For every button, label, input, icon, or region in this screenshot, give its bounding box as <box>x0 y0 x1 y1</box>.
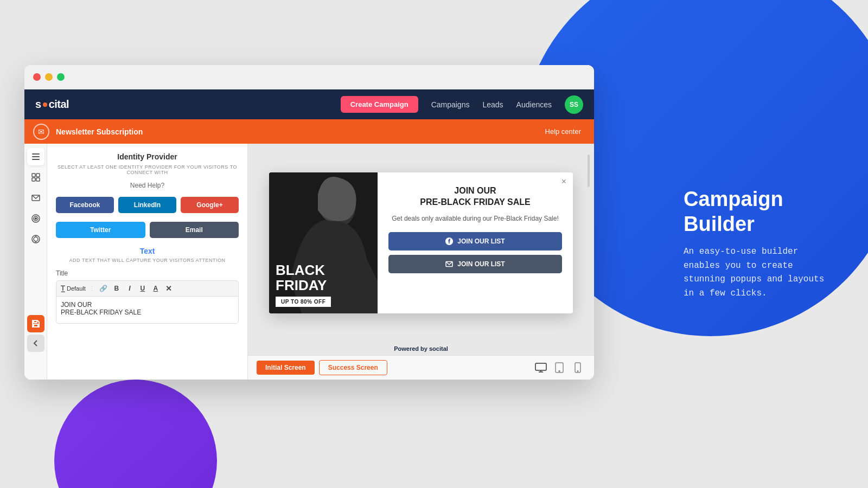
provider-buttons-row2: Twitter Email <box>56 222 239 238</box>
nav-audiences[interactable]: Audiences <box>516 100 552 109</box>
google-button[interactable]: Google+ <box>181 197 239 213</box>
initial-screen-tab[interactable]: Initial Screen <box>257 361 315 375</box>
logo-dot <box>43 102 47 107</box>
svg-rect-1 <box>32 156 40 157</box>
success-screen-tab[interactable]: Success Screen <box>319 360 387 375</box>
text-section-title: Text <box>56 247 239 255</box>
sidebar-icon-grid[interactable] <box>27 169 44 186</box>
browser-window: scital Create Campaign Campaigns Leads A… <box>24 65 594 380</box>
text-editor[interactable]: JOIN OUR PRE-BLACK FRIDAY SALE <box>56 297 239 324</box>
black-friday-text: BLACKFRIDAY UP TO 80% OFF <box>276 262 331 307</box>
editor-line2: PRE-BLACK FRIDAY SALE <box>61 309 234 316</box>
popup-preview: × BLACKFRIDAY UP TO 80 <box>269 172 573 313</box>
field-title-label: Title <box>56 269 239 277</box>
powered-by: Powered by socital <box>394 342 448 355</box>
popup-facebook-join-button[interactable]: JOIN OUR LIST <box>388 232 562 251</box>
identity-provider-title: Identity Provider <box>56 152 239 161</box>
avatar[interactable]: SS <box>565 95 583 114</box>
linkedin-button[interactable]: LinkedIn <box>118 197 176 213</box>
toolbar-strikethrough[interactable]: A <box>150 283 161 294</box>
popup-description: Get deals only available during our Pre-… <box>392 214 559 223</box>
popup-email-join-button[interactable]: JOIN OUR LIST <box>388 255 562 273</box>
desktop-icon[interactable] <box>533 360 548 375</box>
toolbar-italic[interactable]: I <box>124 283 135 294</box>
bottom-sidebar-icons <box>24 315 47 355</box>
traffic-light-green[interactable] <box>57 73 65 81</box>
nav-leads[interactable]: Leads <box>482 100 503 109</box>
tablet-icon[interactable] <box>552 360 567 375</box>
svg-point-10 <box>35 218 36 220</box>
navbar-actions: Create Campaign Campaigns Leads Audience… <box>341 95 583 114</box>
svg-rect-2 <box>32 159 40 160</box>
popup-headline: JOIN OUR PRE-BLACK FRIDAY SALE <box>420 185 531 208</box>
editor-line1: JOIN OUR <box>61 301 234 309</box>
text-section-subtitle: ADD TEXT THAT WILL CAPTURE YOUR VISITORS… <box>56 258 239 263</box>
text-toolbar: T̲ Default ⋮ 🔗 B I U A ✕ <box>56 280 239 297</box>
orange-bar: ✉ Newsletter Subscription Help center <box>24 119 594 144</box>
sidebar-icon-list[interactable] <box>27 148 44 165</box>
popup-cta-buttons: JOIN OUR LIST JOIN OUR LIST <box>388 232 562 273</box>
right-panel: Campaign Builder An easy-to-use builder … <box>684 187 835 301</box>
svg-rect-0 <box>32 153 40 155</box>
traffic-light-yellow[interactable] <box>45 73 53 81</box>
svg-point-23 <box>559 371 560 372</box>
newsletter-icon: ✉ <box>33 124 49 140</box>
toolbar-format[interactable]: Default <box>67 285 86 292</box>
left-panel: Identity Provider SELECT AT LEAST ONE ID… <box>47 144 248 380</box>
sidebar-icon-target[interactable] <box>27 210 44 227</box>
facebook-button[interactable]: Facebook <box>56 197 114 213</box>
traffic-light-red[interactable] <box>33 73 41 81</box>
create-campaign-button[interactable]: Create Campaign <box>341 96 418 113</box>
popup-image-side: BLACKFRIDAY UP TO 80% OFF <box>269 172 378 313</box>
up-to-label: UP TO 80% OFF <box>276 297 331 307</box>
svg-rect-27 <box>34 320 37 323</box>
mobile-icon[interactable] <box>570 360 585 375</box>
svg-rect-5 <box>32 178 35 181</box>
email-icon <box>445 260 453 268</box>
twitter-button[interactable]: Twitter <box>56 222 145 238</box>
canvas-bottom-bar: Initial Screen Success Screen <box>248 355 594 380</box>
identity-provider-subtitle: SELECT AT LEAST ONE IDENTITY PROVIDER FO… <box>56 164 239 175</box>
save-button[interactable] <box>27 315 44 332</box>
email-button[interactable]: Email <box>150 222 239 238</box>
toolbar-icon-t: T̲ <box>61 285 65 292</box>
toolbar-clear[interactable]: ✕ <box>163 283 174 294</box>
sidebar-icon-mail[interactable] <box>27 189 44 207</box>
nav-campaigns[interactable]: Campaigns <box>431 100 470 109</box>
main-content: Identity Provider SELECT AT LEAST ONE ID… <box>24 144 594 380</box>
toolbar-underline[interactable]: U <box>137 283 148 294</box>
need-help-text: Need Help? <box>56 182 239 189</box>
popup-content-side: JOIN OUR PRE-BLACK FRIDAY SALE Get deals… <box>378 172 573 313</box>
sidebar-icon-target2[interactable] <box>27 230 44 248</box>
right-panel-title: Campaign Builder <box>684 187 835 236</box>
svg-rect-4 <box>36 174 40 177</box>
device-icons <box>533 360 585 375</box>
black-friday-label: BLACKFRIDAY <box>276 262 331 293</box>
fb-icon <box>445 237 453 245</box>
back-button[interactable] <box>27 335 44 352</box>
navbar: scital Create Campaign Campaigns Leads A… <box>24 89 594 119</box>
browser-chrome <box>24 65 594 89</box>
right-panel-description: An easy-to-use builder enables you to cr… <box>684 245 835 300</box>
svg-rect-19 <box>535 363 546 370</box>
svg-rect-26 <box>34 324 38 327</box>
svg-point-25 <box>577 371 578 372</box>
svg-rect-6 <box>36 178 40 181</box>
canvas-area: × BLACKFRIDAY UP TO 80 <box>248 144 594 380</box>
svg-rect-3 <box>32 174 35 177</box>
bg-circle-purple <box>54 380 217 488</box>
popup-close-button[interactable]: × <box>561 177 566 187</box>
toolbar-bold[interactable]: B <box>111 283 122 294</box>
provider-buttons: Facebook LinkedIn Google+ <box>56 197 239 213</box>
orange-bar-title: Newsletter Subscription <box>56 127 539 136</box>
svg-point-12 <box>34 237 38 241</box>
toolbar-link[interactable]: 🔗 <box>98 283 109 294</box>
help-center-link[interactable]: Help center <box>545 127 581 136</box>
canvas-scroll-area: × BLACKFRIDAY UP TO 80 <box>248 144 594 342</box>
navbar-logo: scital <box>35 98 330 111</box>
